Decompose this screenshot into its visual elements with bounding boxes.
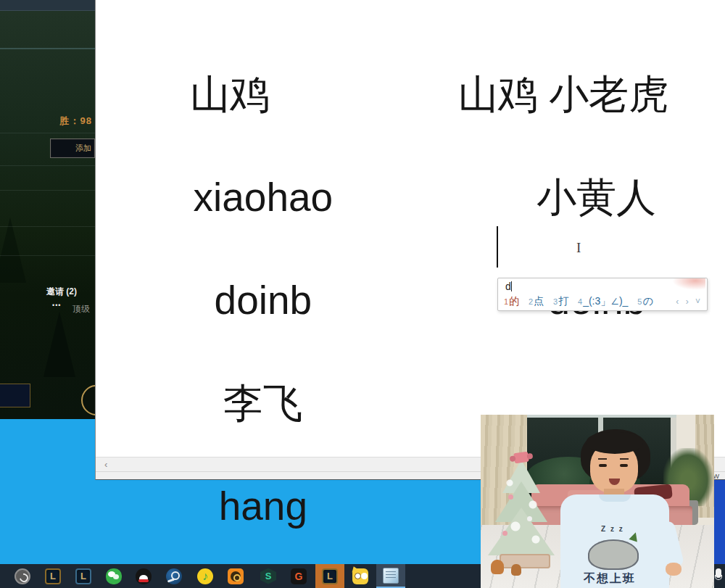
chat-input[interactable]	[0, 384, 30, 407]
ime-candidate-3[interactable]: 3打	[553, 295, 568, 308]
qq-music-icon: ♪	[197, 568, 213, 584]
steam-icon	[166, 568, 182, 584]
ime-composition: d	[505, 281, 512, 292]
webcam-overlay: Z z z 不想上班	[481, 415, 714, 588]
text-line: xiaohao	[194, 175, 334, 220]
deer-figurine	[491, 560, 504, 574]
tshirt-collar	[599, 494, 631, 502]
taskbar-qq-music[interactable]: ♪	[191, 564, 220, 588]
taskbar-league-of-legends[interactable]: L	[38, 564, 67, 588]
taskbar-obs[interactable]	[8, 564, 37, 588]
ime-candidate-2[interactable]: 2点	[529, 295, 544, 308]
ime-candidate-4[interactable]: 4_(:3」∠)_	[578, 295, 628, 308]
notepad-window[interactable]: 山鸡 xiaohao doinb 李飞 hang 山鸡 小老虎 小黄人 doin…	[95, 0, 725, 480]
screen: 胜：98 添加 邀请 (2) ••• 顶级 山鸡 xiaohao doinb 李…	[0, 0, 725, 588]
person-hand	[666, 563, 682, 576]
ime-candidate-list: 1的 2点 3打 4_(:3」∠)_ 5の	[504, 295, 681, 308]
taskbar-qq[interactable]	[129, 564, 158, 588]
text-line: 李飞	[223, 381, 303, 426]
cat-app-icon	[352, 568, 368, 584]
league-of-legends-client-icon: L	[75, 568, 91, 584]
background-streak	[0, 48, 95, 49]
person-eyebrow	[620, 458, 629, 460]
win-count-label: 胜：98	[0, 115, 92, 128]
add-friend-button[interactable]: 添加	[50, 138, 95, 158]
ornament	[502, 531, 508, 536]
g-app-icon: G	[291, 568, 307, 584]
gifts	[500, 554, 550, 568]
taskbar-league-client[interactable]: L	[69, 564, 98, 588]
taskbar-wegame[interactable]: S	[254, 564, 283, 588]
ime-candidate-1[interactable]: 1的	[504, 295, 519, 308]
tree-silhouette	[44, 312, 75, 377]
ime-nav-arrows[interactable]: ‹ › ˅	[676, 297, 703, 307]
taskbar-steam[interactable]	[160, 564, 188, 588]
divider	[0, 255, 95, 256]
taskbar-notepad[interactable]	[376, 564, 405, 588]
text-line: hang	[219, 484, 307, 529]
wechat-icon	[106, 568, 122, 584]
play-button-ring[interactable]	[81, 385, 95, 415]
more-options-icon[interactable]: •••	[52, 302, 61, 309]
game-client-window[interactable]: 胜：98 添加 邀请 (2) ••• 顶级	[0, 0, 95, 419]
scroll-left-arrow-icon[interactable]: ‹	[104, 459, 107, 470]
text-line: 小黄人	[536, 175, 656, 220]
taskbar-cat-app[interactable]	[346, 564, 375, 588]
text-line: doinb	[215, 278, 312, 323]
person-eyebrow	[598, 458, 607, 460]
text-line: 山鸡	[190, 72, 270, 117]
text-caret	[497, 226, 498, 268]
taskbar-league-attention[interactable]: L	[315, 564, 344, 588]
tree-silhouette	[0, 218, 26, 283]
taskbar-g-app[interactable]: G	[284, 564, 313, 588]
tree-bow	[513, 452, 529, 464]
person-eye	[620, 464, 628, 467]
league-active-icon: L	[322, 568, 338, 584]
divider	[0, 190, 95, 191]
tier-label: 顶级	[72, 303, 90, 315]
wegame-icon: S	[260, 568, 276, 584]
person-eye	[599, 464, 607, 467]
divider	[0, 226, 95, 227]
ime-candidate-popup[interactable]: d 1的 2点 3打 4_(:3」∠)_ 5の ‹ › ˅	[497, 278, 708, 311]
ime-caret	[511, 281, 512, 291]
microphone-icon[interactable]	[715, 568, 723, 584]
taskbar-wechat[interactable]	[99, 564, 128, 588]
taskbar-orange-app[interactable]	[221, 564, 250, 588]
text-line: 山鸡 小老虎	[458, 72, 668, 117]
game-client-topbar	[0, 0, 95, 11]
divider	[0, 165, 95, 166]
orange-app-icon	[228, 568, 244, 584]
cartoon-zzz-text: Z z z	[601, 525, 624, 533]
divider	[0, 133, 95, 133]
invite-count-label: 邀请 (2)	[46, 286, 77, 298]
obs-icon	[14, 568, 30, 584]
tshirt-cartoon	[588, 539, 639, 570]
notepad-icon	[383, 568, 399, 584]
ornament	[527, 516, 532, 521]
tshirt-text: 不想上班	[584, 571, 646, 587]
mouse-ibeam-cursor: I	[576, 240, 585, 254]
deer-figurine	[511, 564, 521, 576]
qq-icon	[136, 568, 152, 584]
ime-candidate-5[interactable]: 5の	[637, 295, 652, 308]
league-of-legends-icon: L	[45, 568, 61, 584]
ime-skin-decoration	[672, 278, 705, 290]
ornament	[508, 494, 513, 500]
tree-flocking	[492, 465, 550, 552]
person-hair-fringe	[587, 432, 643, 454]
